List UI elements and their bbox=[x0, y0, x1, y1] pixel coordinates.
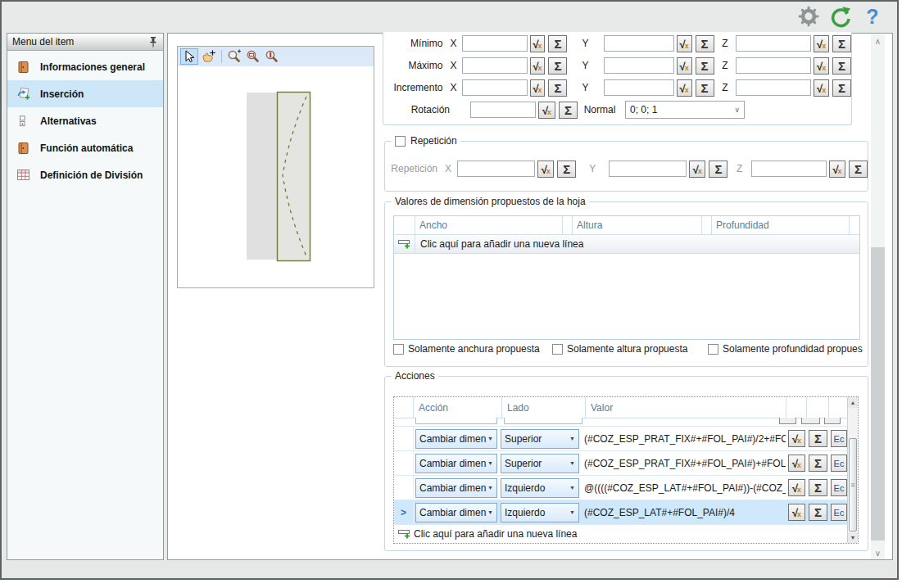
formula-button[interactable]: √x bbox=[788, 455, 805, 472]
accion-dropdown[interactable]: Cambiar dimen▼ bbox=[415, 454, 497, 473]
repeticion-y-input[interactable] bbox=[609, 161, 687, 177]
incremento-x-input[interactable] bbox=[462, 79, 528, 96]
sum-button[interactable]: Σ bbox=[696, 57, 714, 75]
lado-dropdown[interactable]: Izquierdo▼ bbox=[501, 478, 579, 498]
zoom-actual-tool[interactable] bbox=[263, 48, 281, 65]
sum-button[interactable]: Σ bbox=[557, 161, 576, 178]
formula-button[interactable]: √x bbox=[814, 35, 829, 52]
settings-gear-icon[interactable] bbox=[797, 5, 820, 28]
rotacion-input[interactable] bbox=[470, 102, 536, 118]
pin-icon[interactable] bbox=[148, 36, 158, 47]
scrollbar-down-button[interactable]: ∨ bbox=[871, 546, 885, 559]
checkbox-box[interactable] bbox=[393, 344, 404, 355]
incremento-y-input[interactable] bbox=[604, 79, 674, 96]
formula-button[interactable]: √x bbox=[677, 57, 692, 75]
scrollbar-up-button[interactable]: ∧ bbox=[871, 34, 885, 47]
formula-button[interactable]: √x bbox=[530, 79, 546, 97]
incremento-z-input[interactable] bbox=[736, 79, 811, 96]
sum-button[interactable]: Σ bbox=[548, 35, 567, 52]
ec-button[interactable]: Ec bbox=[831, 455, 847, 472]
repeticion-z-input[interactable] bbox=[751, 161, 827, 177]
row-selector[interactable] bbox=[394, 427, 414, 450]
formula-button[interactable]: √x bbox=[677, 35, 692, 52]
sum-button[interactable]: Σ bbox=[548, 57, 567, 75]
lado-dropdown[interactable]: Superior▼ bbox=[501, 429, 579, 449]
only-height-checkbox[interactable]: Solamente altura propuesta bbox=[552, 343, 687, 355]
formula-button[interactable]: √x bbox=[788, 479, 805, 496]
formula-button[interactable]: √x bbox=[537, 161, 554, 178]
row-selector[interactable]: > bbox=[394, 500, 414, 524]
maximo-z-input[interactable] bbox=[736, 57, 811, 74]
sum-button[interactable]: Σ bbox=[809, 430, 827, 447]
valor-cell[interactable]: (#COZ_ESP_LAT#+#FOL_PAI#)/4 bbox=[579, 507, 786, 518]
minimo-x-input[interactable] bbox=[462, 35, 528, 52]
add-action-row[interactable]: Clic aquí para añadir una nueva línea bbox=[394, 525, 847, 542]
clipped-widget bbox=[824, 418, 841, 424]
scrollbar-up-button[interactable]: ▲ bbox=[848, 397, 858, 408]
repeticion-x-input[interactable] bbox=[457, 161, 535, 177]
zoom-in-tool[interactable] bbox=[225, 48, 243, 65]
sum-button[interactable]: Σ bbox=[548, 79, 567, 97]
sum-button[interactable]: Σ bbox=[809, 455, 827, 472]
formula-button[interactable]: √x bbox=[788, 504, 805, 521]
sum-button[interactable]: Σ bbox=[832, 35, 851, 52]
lado-dropdown[interactable]: Superior▼ bbox=[501, 454, 579, 473]
sidebar-item-funcion-automatica[interactable]: Función automática bbox=[7, 134, 163, 161]
maximo-y-input[interactable] bbox=[604, 57, 674, 74]
pan-tool[interactable] bbox=[199, 48, 217, 65]
scrollbar-thumb[interactable]: ≡ bbox=[849, 438, 857, 531]
ec-button[interactable]: Ec bbox=[831, 430, 847, 447]
zoom-in-icon bbox=[227, 49, 242, 64]
sum-button[interactable]: Σ bbox=[559, 102, 578, 119]
accion-dropdown[interactable]: Cambiar dimen▼ bbox=[415, 478, 497, 498]
only-width-checkbox[interactable]: Solamente anchura propuesta bbox=[393, 343, 540, 355]
sum-button[interactable]: Σ bbox=[849, 161, 868, 178]
sidebar-item-informaciones-general[interactable]: Informaciones general bbox=[7, 53, 163, 80]
sum-button[interactable]: Σ bbox=[809, 479, 827, 496]
sidebar-item-definicion-de-division[interactable]: Definición de División bbox=[7, 161, 163, 188]
zoom-window-tool[interactable] bbox=[244, 48, 262, 65]
row-selector[interactable] bbox=[394, 476, 414, 500]
help-icon[interactable]: ? bbox=[861, 5, 884, 28]
scrollbar-thumb[interactable] bbox=[871, 247, 885, 541]
accion-dropdown[interactable]: Cambiar dimen▼ bbox=[415, 429, 497, 449]
formula-button[interactable]: √x bbox=[677, 79, 692, 97]
lado-value: Izquierdo bbox=[505, 507, 568, 518]
scrollbar-down-button[interactable]: ▼ bbox=[848, 532, 858, 543]
sidebar-item-alternativas[interactable]: Alternativas bbox=[7, 107, 163, 134]
valor-cell[interactable]: (#COZ_ESP_PRAT_FIX#+#FOL_PAI#)/2+#FOL_S bbox=[579, 433, 786, 445]
sidebar-item-insercion[interactable]: Inserción bbox=[7, 80, 163, 107]
formula-button[interactable]: √x bbox=[829, 161, 845, 178]
accion-dropdown[interactable]: Cambiar dimen▼ bbox=[415, 503, 497, 522]
select-tool[interactable] bbox=[180, 48, 198, 65]
formula-button[interactable]: √x bbox=[689, 161, 705, 178]
sum-button[interactable]: Σ bbox=[809, 504, 827, 521]
checkbox-box[interactable] bbox=[708, 344, 718, 355]
sum-button[interactable]: Σ bbox=[696, 79, 714, 97]
refresh-icon[interactable] bbox=[828, 5, 851, 28]
minimo-y-input[interactable] bbox=[604, 35, 674, 52]
repeticion-checkbox[interactable] bbox=[395, 136, 406, 147]
valor-cell[interactable]: (#COZ_ESP_PRAT_FIX#+#FOL_PAI#)+#FOL_SU bbox=[579, 458, 786, 469]
valor-cell[interactable]: @((((#COZ_ESP_LAT#+#FOL_PAI#))-(#COZ_ES bbox=[579, 482, 786, 494]
formula-button[interactable]: √x bbox=[530, 35, 546, 52]
maximo-x-input[interactable] bbox=[462, 57, 528, 74]
formula-button[interactable]: √x bbox=[814, 57, 829, 75]
formula-button[interactable]: √x bbox=[788, 430, 805, 447]
formula-button[interactable]: √x bbox=[538, 102, 555, 119]
sum-button[interactable]: Σ bbox=[709, 161, 727, 178]
minimo-z-input[interactable] bbox=[736, 35, 811, 52]
lado-dropdown[interactable]: Izquierdo▼ bbox=[501, 503, 579, 522]
sum-button[interactable]: Σ bbox=[832, 57, 851, 75]
row-selector[interactable] bbox=[394, 451, 414, 475]
sum-button[interactable]: Σ bbox=[832, 79, 851, 97]
add-dimension-row[interactable]: Clic aquí para añadir una nueva línea bbox=[394, 235, 859, 254]
formula-button[interactable]: √x bbox=[814, 79, 829, 97]
only-depth-checkbox[interactable]: Solamente profundidad propues bbox=[708, 343, 865, 355]
formula-button[interactable]: √x bbox=[530, 57, 546, 75]
sum-button[interactable]: Σ bbox=[696, 35, 714, 52]
normal-select[interactable]: 0; 0; 1 ∨ bbox=[625, 101, 745, 119]
checkbox-box[interactable] bbox=[552, 344, 563, 355]
ec-button[interactable]: Ec bbox=[831, 504, 847, 521]
ec-button[interactable]: Ec bbox=[831, 479, 847, 496]
